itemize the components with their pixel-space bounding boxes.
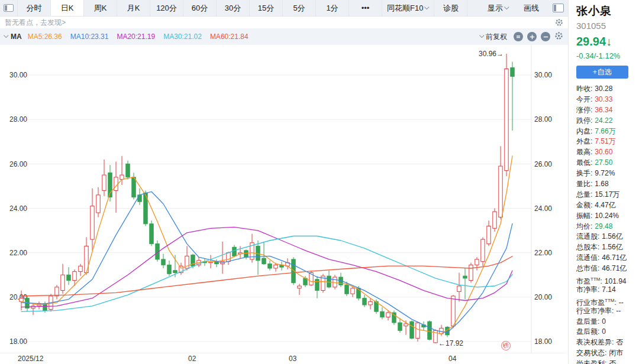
quote-label: 振幅:	[576, 212, 592, 220]
y-axis-label-right: 26.00	[534, 160, 552, 168]
quote-label: 流通值:	[576, 254, 599, 262]
ma-title[interactable]: MA	[11, 32, 22, 41]
quote-row: 表决权差异:否	[576, 337, 635, 348]
chevron-down-icon[interactable]	[4, 33, 8, 38]
quote-row: 跌停:24.22	[576, 116, 635, 126]
gear-icon	[555, 18, 563, 27]
quote-label: 今开:	[576, 95, 592, 103]
kline-chart[interactable]: 30.0030.0028.0028.0026.0026.0024.0024.00…	[0, 45, 568, 353]
tab-display[interactable]: 显示	[482, 0, 515, 16]
tab-label: 5分	[293, 3, 305, 14]
quote-label: 市盈TTM:	[576, 277, 602, 285]
y-axis-label-left: 24.00	[9, 204, 27, 213]
quote-value: 4.47亿	[595, 201, 615, 209]
y-axis-label-right: 28.00	[534, 115, 552, 124]
quote-value: 30.28	[595, 84, 612, 93]
y-axis-label-right: 18.00	[534, 337, 552, 346]
price-change: -0.34/-1.12%	[576, 51, 635, 60]
adjust-mode-dropdown[interactable]: 前复权	[480, 32, 507, 42]
quote-label: 表决权差异:	[576, 338, 614, 346]
last-price: 29.94↓	[576, 35, 635, 48]
quote-value: 0	[602, 327, 606, 336]
tab-month-k[interactable]: 月K	[117, 0, 150, 16]
quote-value: 1.56亿	[602, 243, 622, 251]
zoom-in-button[interactable]	[527, 32, 537, 41]
tab-label: 诊股	[443, 3, 459, 14]
quote-row: 今开:30.33	[576, 95, 635, 105]
ma-value-label: MA20:21.19	[117, 32, 155, 41]
quote-value: 1.68	[595, 180, 608, 188]
tab-minute[interactable]: 分时	[18, 0, 51, 16]
quote-label: 外盘:	[576, 137, 592, 145]
quote-value: 1.56亿	[602, 232, 622, 240]
tab-label: 分时	[27, 3, 42, 14]
quote-value: 0	[602, 317, 606, 326]
y-axis-label-left: 26.00	[9, 160, 27, 168]
ma-value-label: MA10:23.31	[70, 32, 109, 41]
x-axis-label: 02	[188, 355, 196, 363]
panel-layout-icon	[553, 4, 564, 12]
tab-min-5[interactable]: 5分	[283, 0, 316, 16]
hint-text[interactable]: 暂无看点，去发现>	[5, 18, 66, 28]
quote-value: 闭市	[609, 349, 623, 357]
tab-min-30[interactable]: 30分	[217, 0, 250, 16]
quote-label: 均价:	[576, 222, 592, 230]
tab-ths-f10[interactable]: 同花顺F10	[382, 0, 434, 16]
tab-day-k[interactable]: 日K	[51, 0, 84, 16]
restore-zoom-button[interactable]	[514, 32, 523, 41]
y-axis-label-right: 22.00	[534, 249, 552, 257]
hint-bar: 暂无看点，去发现>	[0, 17, 568, 28]
quote-value: 29.48	[595, 222, 612, 230]
quote-row: 交易状态:闭市	[576, 348, 635, 359]
quote-label: 涨停:	[576, 106, 592, 114]
adjust-mode-label: 前复权	[486, 32, 507, 42]
quote-label: 量比:	[576, 180, 592, 188]
quote-rows: 昨收:30.28今开:30.33涨停:36.34跌停:24.22内盘:7.66万…	[576, 84, 635, 364]
tab-min-15[interactable]: 15分	[250, 0, 283, 16]
quote-row: 盘后量:0	[576, 317, 635, 327]
kline-toolbar: 分时日K周K月K120分60分30分15分5分1分•••同花顺F10诊股 显示画…	[0, 0, 568, 17]
add-favorite-button[interactable]: +自选	[576, 66, 628, 79]
minus-icon	[543, 34, 548, 40]
quote-label: 内盘:	[576, 127, 592, 135]
quote-value: 46.71亿	[602, 254, 627, 262]
layout-switch-button[interactable]	[548, 0, 568, 16]
quote-value: --	[619, 298, 624, 307]
zoom-out-button[interactable]	[541, 32, 550, 41]
quote-label: 最低:	[576, 158, 592, 167]
tab-label: 120分	[156, 3, 177, 14]
quote-row: 总量:15.17万	[576, 190, 635, 200]
quote-label: 总量:	[576, 190, 592, 199]
ma10-line	[21, 191, 512, 333]
quote-row: 外盘:7.51万	[576, 136, 635, 147]
tab-more[interactable]: •••	[349, 0, 382, 16]
quote-value: 30.33	[595, 95, 612, 103]
quote-value: 101.94	[605, 277, 627, 285]
tab-min-120[interactable]: 120分	[150, 0, 183, 16]
low-annotation: ←17.92	[438, 339, 463, 347]
tab-label: 15分	[258, 3, 274, 14]
tab-draw-line[interactable]: 画线	[515, 0, 548, 16]
hint-settings-button[interactable]	[555, 18, 563, 27]
tab-week-k[interactable]: 周K	[84, 0, 117, 16]
panel-toggle-button[interactable]	[0, 0, 18, 16]
ma-value-label: MA30:21.02	[163, 32, 202, 41]
candlestick-chart-svg: 30.0030.0028.0028.0026.0026.0024.0024.00…	[0, 45, 568, 353]
quote-label: 换手:	[576, 169, 592, 177]
gear-icon	[554, 31, 563, 40]
quote-row: 量比:1.68	[576, 179, 635, 190]
quote-row: 行业市盈TTM:--	[576, 295, 635, 306]
tab-min-60[interactable]: 60分	[183, 0, 217, 16]
quote-value: --	[616, 307, 621, 315]
tab-label: 月K	[127, 3, 140, 14]
x-axis-label: 2025/12	[18, 355, 43, 363]
chart-settings-button[interactable]	[554, 31, 563, 42]
quote-row: 涨停:36.34	[576, 105, 635, 116]
tab-diagnose[interactable]: 诊股	[434, 0, 467, 16]
quote-label: 行业市盈TTM:	[576, 298, 617, 307]
tab-label: 日K	[61, 3, 74, 14]
quote-value: 10.24%	[595, 212, 619, 220]
x-axis: 2025/12020304	[0, 353, 568, 364]
quote-label: 金额:	[576, 201, 592, 209]
tab-min-1[interactable]: 1分	[316, 0, 349, 16]
